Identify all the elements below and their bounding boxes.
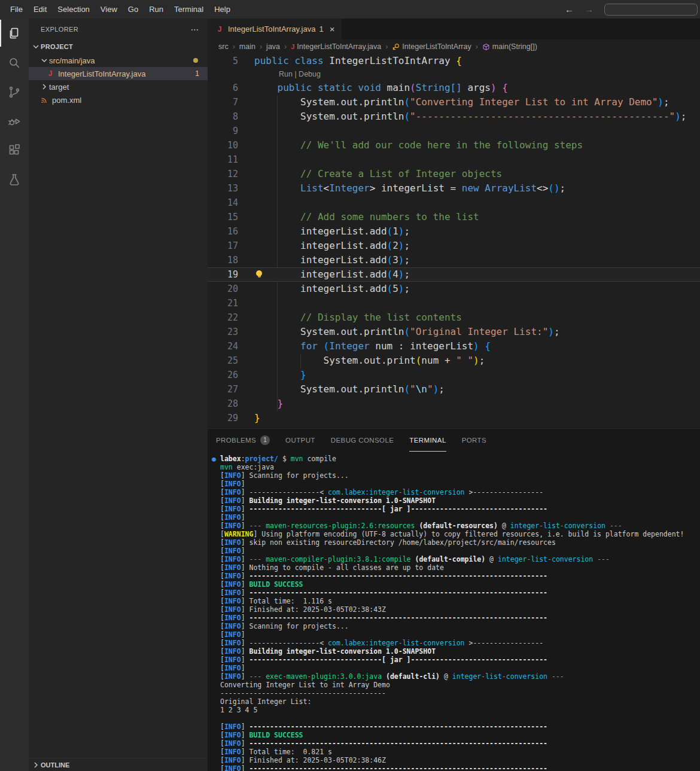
code-line-18[interactable]: 18 integerList.add(3);	[208, 253, 700, 267]
search-icon[interactable]	[0, 48, 29, 77]
code-line-19[interactable]: 19 integerList.add(4);	[208, 267, 700, 282]
code-text: integerList.add(4);	[254, 267, 410, 282]
line-number: 12	[208, 167, 238, 181]
more-actions-icon[interactable]: ⋯	[191, 25, 199, 34]
explorer-header: EXPLORER ⋯	[29, 19, 208, 36]
back-arrow-icon[interactable]: ←	[565, 4, 574, 14]
code-text: System.out.println("Original Integer Lis…	[254, 325, 560, 339]
line-number: 17	[208, 239, 238, 253]
tree-item-src-main-java[interactable]: src/main/java	[29, 54, 208, 67]
code-line-16[interactable]: 16 integerList.add(1);	[208, 224, 700, 239]
code-text: }	[254, 368, 306, 382]
history-nav: ← →	[565, 4, 594, 14]
terminal-line: [INFO] Finished at: 2025-03-05T02:38:43Z	[220, 605, 700, 614]
code-line-12[interactable]: 12 // Create a List of Integer objects	[208, 167, 700, 181]
sidebar-section-outline[interactable]: OUTLINE	[29, 758, 208, 771]
codelens-run-debug[interactable]: Run | Debug	[208, 68, 700, 81]
menu-run[interactable]: Run	[144, 5, 169, 14]
line-number: 29	[208, 411, 238, 425]
menu-selection[interactable]: Selection	[52, 5, 95, 14]
menu-file[interactable]: File	[5, 5, 28, 14]
breadcrumb: src›main›java›JIntegerListToIntArray.jav…	[208, 39, 700, 54]
menu-edit[interactable]: Edit	[28, 5, 52, 14]
activity-bar	[0, 19, 29, 771]
terminal-line: [INFO] Building integer-list-conversion …	[220, 647, 700, 656]
forward-arrow-icon[interactable]: →	[585, 4, 594, 14]
terminal[interactable]: ●labex:project/ $ mvn compilemvn exec:ja…	[208, 452, 700, 771]
code-line-7[interactable]: 7 System.out.println("Converting Integer…	[208, 95, 700, 109]
panel-tab-debug-console[interactable]: DEBUG CONSOLE	[331, 429, 394, 452]
breadcrumb-item-1[interactable]: src	[218, 42, 229, 51]
code-line-8[interactable]: 8 System.out.println("------------------…	[208, 109, 700, 124]
terminal-line: [INFO] -----------------< com.labex:inte…	[220, 488, 700, 496]
breadcrumb-separator: ›	[260, 42, 262, 51]
menu-help[interactable]: Help	[209, 5, 236, 14]
terminal-line: [INFO] ---------------------------------…	[220, 614, 700, 622]
code-line-25[interactable]: 25 System.out.print(num + " ");	[208, 353, 700, 368]
menu-view[interactable]: View	[95, 5, 123, 14]
file-tree: src/main/javaJIntegerListToIntArray.java…	[29, 54, 208, 106]
line-number: 24	[208, 339, 238, 353]
panel-tab-ports[interactable]: PORTS	[462, 429, 486, 452]
sidebar-section-project[interactable]: PROJECT	[29, 40, 208, 53]
code-line-27[interactable]: 27 System.out.println("\n");	[208, 382, 700, 397]
testing-icon[interactable]	[0, 165, 29, 194]
terminal-line: [INFO] ---------------------------------…	[220, 572, 700, 580]
breadcrumb-item-4[interactable]: JIntegerListToIntArray.java	[291, 42, 381, 51]
breadcrumb-separator: ›	[233, 42, 235, 51]
breadcrumb-item-5[interactable]: IntegerListToIntArray	[392, 42, 471, 51]
chevron-right-icon	[39, 82, 49, 92]
outline-label: OUTLINE	[41, 761, 69, 769]
code-line-15[interactable]: 15 // Add some numbers to the list	[208, 210, 700, 224]
code-line-20[interactable]: 20 integerList.add(5);	[208, 282, 700, 296]
extensions-icon[interactable]	[0, 136, 29, 165]
line-number: 27	[208, 382, 238, 397]
line-number: 21	[208, 296, 238, 310]
breadcrumb-label: main	[239, 42, 255, 51]
tree-item-integerlisttointarray-java[interactable]: JIntegerListToIntArray.java1	[29, 67, 208, 80]
code-line-10[interactable]: 10 // We'll add our code here in the fol…	[208, 138, 700, 153]
tab-integerlisttointarray[interactable]: J IntegerListToIntArray.java 1 ×	[208, 19, 341, 39]
explorer-sidebar: EXPLORER ⋯ PROJECT src/main/javaJInteger…	[29, 19, 208, 771]
panel-tab-output[interactable]: OUTPUT	[285, 429, 315, 452]
code-line-22[interactable]: 22 // Display the list contents	[208, 310, 700, 325]
code-line-11[interactable]: 11	[208, 153, 700, 167]
bottom-panel: PROBLEMS1OUTPUTDEBUG CONSOLETERMINALPORT…	[208, 428, 700, 771]
code-line-5[interactable]: 5public class IntegerListToIntArray {	[208, 54, 700, 68]
problem-count-badge: 1	[195, 69, 199, 78]
code-text: System.out.print(num + " ");	[254, 353, 485, 368]
code-line-24[interactable]: 24 for (Integer num : integerList) {	[208, 339, 700, 353]
terminal-line: [INFO] --- maven-resources-plugin:2.6:re…	[220, 522, 700, 530]
breadcrumb-item-2[interactable]: main	[239, 42, 255, 51]
code-line-28[interactable]: 28 }	[208, 397, 700, 411]
breadcrumb-item-6[interactable]: main(String[])	[482, 42, 537, 51]
menu-terminal[interactable]: Terminal	[169, 5, 209, 14]
panel-tab-terminal[interactable]: TERMINAL	[409, 429, 446, 452]
terminal-line: Converting Integer List to int Array Dem…	[220, 681, 700, 689]
terminal-line: [INFO]	[220, 480, 700, 488]
search-input[interactable]	[604, 4, 698, 16]
java-file-icon: J	[215, 25, 224, 33]
run-debug-icon[interactable]	[0, 106, 29, 136]
breadcrumb-item-3[interactable]: java	[266, 42, 280, 51]
code-line-6[interactable]: 6 public static void main(String[] args)…	[208, 81, 700, 95]
java-file-icon: J	[45, 69, 55, 78]
tree-item-target[interactable]: target	[29, 80, 208, 93]
tree-item-pom-xml[interactable]: pom.xml	[29, 93, 208, 106]
code-line-17[interactable]: 17 integerList.add(2);	[208, 239, 700, 253]
menu-go[interactable]: Go	[123, 5, 144, 14]
code-line-13[interactable]: 13 List<Integer> integerList = new Array…	[208, 181, 700, 196]
code-line-9[interactable]: 9	[208, 124, 700, 138]
code-line-14[interactable]: 14	[208, 196, 700, 210]
code-editor[interactable]: 5public class IntegerListToIntArray {Run…	[208, 54, 700, 428]
panel-tab-problems[interactable]: PROBLEMS1	[216, 429, 270, 452]
code-line-23[interactable]: 23 System.out.println("Original Integer …	[208, 325, 700, 339]
lightbulb-icon[interactable]	[255, 270, 263, 278]
files-icon[interactable]	[0, 19, 29, 48]
code-line-26[interactable]: 26 }	[208, 368, 700, 382]
editor-group: J IntegerListToIntArray.java 1 × src›mai…	[208, 19, 700, 771]
code-line-29[interactable]: 29}	[208, 411, 700, 425]
code-line-21[interactable]: 21	[208, 296, 700, 310]
close-icon[interactable]: ×	[330, 24, 335, 34]
source-control-icon[interactable]	[0, 77, 29, 106]
